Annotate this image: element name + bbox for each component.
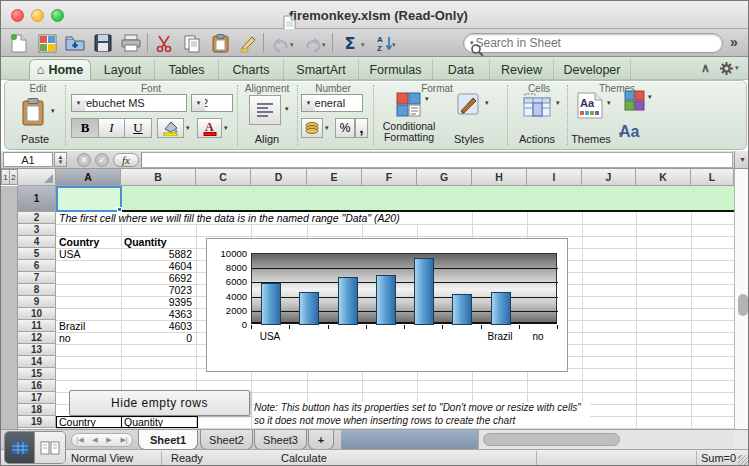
paste-icon[interactable]	[208, 32, 232, 54]
column-header-B[interactable]: B	[121, 169, 196, 186]
row-header-4[interactable]: 4	[18, 236, 56, 248]
resize-grip[interactable]	[738, 455, 748, 465]
column-header-C[interactable]: C	[196, 169, 251, 186]
sheet-tab-scroll-arrows[interactable]: |◀◀▶▶|	[71, 433, 133, 447]
currency-button[interactable]	[301, 118, 323, 138]
theme-colors-icon[interactable]	[623, 89, 645, 111]
paste-button[interactable]	[19, 96, 47, 128]
undo-dropdown-arrow[interactable]: ▾	[290, 41, 294, 49]
normal-view-button[interactable]	[5, 432, 35, 463]
sort-dropdown-arrow[interactable]: ▾	[392, 41, 396, 49]
row-header-15[interactable]: 15	[18, 368, 56, 380]
column-header-G[interactable]: G	[417, 169, 472, 186]
column-header-L[interactable]: L	[691, 169, 734, 186]
column-header-A[interactable]: A	[56, 169, 121, 186]
actions-button[interactable]	[521, 91, 553, 119]
bold-button[interactable]: B	[71, 118, 99, 138]
new-icon[interactable]	[7, 32, 31, 54]
row-header-1[interactable]: 1	[18, 186, 56, 212]
copy-icon[interactable]	[180, 32, 204, 54]
autosum-icon[interactable]: Σ	[338, 32, 362, 54]
outline-level-2-button[interactable]: 2	[9, 169, 18, 185]
underline-button[interactable]: U	[124, 118, 152, 138]
cell-B8[interactable]: 7023	[124, 284, 192, 296]
open-template-icon[interactable]	[35, 32, 59, 54]
comma-button[interactable]: ,	[355, 118, 368, 138]
row-header-12[interactable]: 12	[18, 332, 56, 344]
row-header-14[interactable]: 14	[18, 356, 56, 368]
row-header-6[interactable]: 6	[18, 260, 56, 272]
ribbon-tab-smartart[interactable]: SmartArt	[284, 59, 359, 80]
cell-A5[interactable]: USA	[59, 248, 117, 260]
row-header-17[interactable]: 17	[18, 392, 56, 404]
search-input[interactable]	[474, 35, 684, 51]
theme-fonts-button[interactable]: Aa▾	[619, 123, 623, 141]
theme-colors-dropdown-arrow[interactable]: ▾	[648, 93, 652, 101]
currency-dropdown-arrow[interactable]: ▾	[325, 124, 329, 132]
fill-color-button[interactable]	[157, 118, 184, 138]
ribbon-collapse-icon[interactable]: ∧	[701, 61, 710, 75]
hide-empty-rows-button[interactable]: Hide empty rows	[69, 390, 250, 416]
row-header-9[interactable]: 9	[18, 296, 56, 308]
cell-B12[interactable]: 0	[124, 332, 192, 344]
row-header-16[interactable]: 16	[18, 380, 56, 392]
row-header-2[interactable]: 2	[18, 212, 56, 224]
ribbon-tab-review[interactable]: Review	[490, 59, 554, 80]
ribbon-tab-developer[interactable]: Developer	[554, 59, 631, 80]
row-header-8[interactable]: 8	[18, 284, 56, 296]
column-header-D[interactable]: D	[251, 169, 307, 186]
cell-B19[interactable]: Quantity	[124, 416, 192, 428]
fill-handle[interactable]	[117, 207, 122, 212]
print-icon[interactable]	[119, 32, 143, 54]
cell-B7[interactable]: 6692	[124, 272, 192, 284]
row-header-18[interactable]: 18	[18, 404, 56, 416]
row-header-7[interactable]: 7	[18, 272, 56, 284]
sheet-tab-sheet1[interactable]: Sheet1	[138, 430, 198, 450]
number-format-select[interactable]: General▾	[301, 94, 363, 112]
fill-color-dropdown-arrow[interactable]: ▾	[186, 124, 190, 132]
insert-function-button[interactable]: fx	[113, 153, 139, 167]
horizontal-scrollbar[interactable]	[478, 430, 734, 450]
vertical-scrollbar-thumb[interactable]	[738, 294, 748, 316]
name-box[interactable]: A1	[3, 152, 53, 167]
ribbon-tab-charts[interactable]: Charts	[219, 59, 284, 80]
ribbon-tab-home[interactable]: ⌂Home	[29, 59, 91, 80]
ribbon-tab-layout[interactable]: Layout	[91, 59, 155, 80]
redo-dropdown-arrow[interactable]: ▾	[322, 41, 326, 49]
active-cell-a1[interactable]	[56, 186, 122, 212]
font-color-button[interactable]: A	[197, 118, 222, 138]
cell-B9[interactable]: 9395	[124, 296, 192, 308]
conditional-formatting-button[interactable]	[395, 91, 423, 119]
page-layout-view-button[interactable]	[35, 432, 65, 463]
cell-B11[interactable]: 4603	[124, 320, 192, 332]
actions-dropdown-arrow[interactable]: ▾	[556, 99, 560, 107]
paste-dropdown-arrow[interactable]: ▾	[51, 107, 55, 115]
align-button[interactable]	[249, 95, 281, 125]
row-header-13[interactable]: 13	[18, 344, 56, 356]
row-header-5[interactable]: 5	[18, 248, 56, 260]
styles-button[interactable]	[455, 91, 483, 119]
column-header-K[interactable]: K	[636, 169, 691, 186]
name-box-stepper[interactable]: ▲▼	[54, 152, 67, 167]
sheet-tab-sheet2[interactable]: Sheet2	[200, 430, 253, 450]
sheet-tab-sheet3[interactable]: Sheet3	[254, 430, 307, 450]
font-size-select[interactable]: 12▾	[191, 94, 233, 112]
cell-B4[interactable]: Quantity	[124, 236, 192, 248]
search-field[interactable]: ▾	[463, 33, 723, 53]
column-header-E[interactable]: E	[307, 169, 362, 186]
cell-B10[interactable]: 4363	[124, 308, 192, 320]
embedded-bar-chart[interactable]: 0200040006000800010000USABrazilno	[206, 238, 568, 372]
formula-input[interactable]	[141, 152, 733, 168]
formula-bar-expand-icon[interactable]: ▼	[734, 151, 749, 169]
cell-B5[interactable]: 5882	[124, 248, 192, 260]
themes-dropdown-arrow[interactable]: ▾	[607, 99, 611, 107]
row-header-10[interactable]: 10	[18, 308, 56, 320]
more-toolbar-items-icon[interactable]: »	[730, 34, 738, 50]
save-icon[interactable]	[91, 32, 115, 54]
open-icon[interactable]	[63, 32, 87, 54]
row-header-19[interactable]: 19	[18, 416, 56, 428]
horizontal-scrollbar-thumb[interactable]	[483, 433, 620, 446]
vertical-scrollbar[interactable]	[734, 169, 749, 429]
worksheet-grid[interactable]: Hide empty rows Note: This button has it…	[1, 169, 749, 429]
font-color-dropdown-arrow[interactable]: ▾	[224, 124, 228, 132]
